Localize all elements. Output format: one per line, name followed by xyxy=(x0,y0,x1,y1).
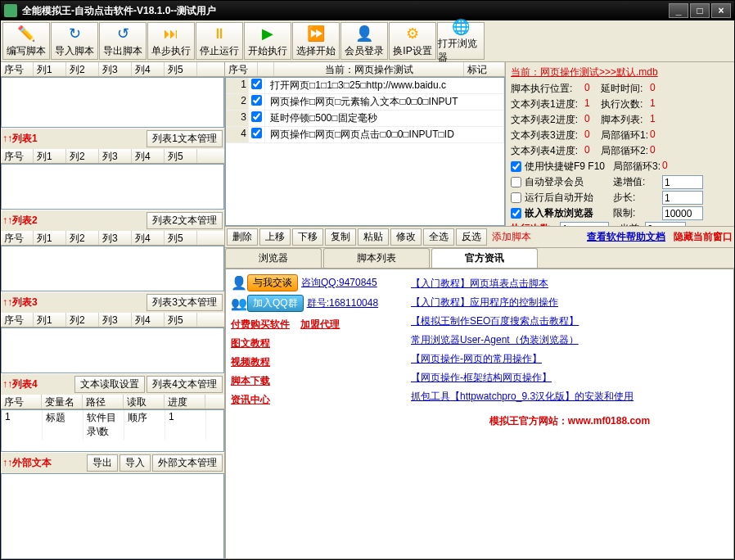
script-row[interactable]: 3延时停顿□500□固定毫秒 xyxy=(226,111,504,127)
autologin-checkbox[interactable] xyxy=(511,175,521,189)
script-col-num: 序号 xyxy=(225,62,258,76)
tutorial-link[interactable]: 【模拟王制作SEO百度搜索点击教程】 xyxy=(411,312,728,331)
increment-input[interactable] xyxy=(662,175,703,189)
autostart-checkbox[interactable] xyxy=(511,191,521,205)
toolbar-换IP设置[interactable]: ⚙换IP设置 xyxy=(389,22,436,60)
list4-body[interactable]: 1标题软件目录\数顺序1 xyxy=(1,409,224,452)
toolbar-单步执行[interactable]: ⏭单步执行 xyxy=(147,22,195,60)
script-download-link[interactable]: 脚本下载 xyxy=(231,372,411,391)
toolbar-icon: ↻ xyxy=(65,24,84,43)
main-list[interactable] xyxy=(1,77,224,128)
script-list-body[interactable]: 1打开网页□1□1□3□25□http://www.baidu.c2网页操作□网… xyxy=(225,77,505,226)
external-text-body[interactable] xyxy=(1,473,224,559)
titlebar: 全能模拟王-自动点击软件-V18.1.0--测试用户 _ □ × xyxy=(1,1,734,20)
step-input[interactable] xyxy=(662,191,703,205)
script-col-chk xyxy=(258,62,274,76)
add-script-link[interactable]: 添加脚本 xyxy=(492,230,531,244)
help-link[interactable]: 查看软件帮助文档 xyxy=(587,230,665,244)
tab-browser[interactable]: 浏览器 xyxy=(225,248,322,268)
tutorial-link[interactable]: 【入门教程】应用程序的控制操作 xyxy=(411,293,728,312)
official-site[interactable]: 模拟王官方网站：www.mf0188.com xyxy=(411,406,728,436)
list2-title: ↑↑列表2 xyxy=(2,214,145,228)
tabs: 浏览器 脚本列表 官方资讯 xyxy=(225,248,734,269)
toolbar-icon: ↺ xyxy=(113,24,133,43)
action-粘贴[interactable]: 粘贴 xyxy=(358,228,389,246)
limit-input[interactable] xyxy=(662,206,703,220)
tutorial-link[interactable]: 【网页操作-框架结构网页操作】 xyxy=(411,368,728,387)
list2-manage-button[interactable]: 列表2文本管理 xyxy=(147,212,223,229)
external-text-title: ↑↑外部文本 xyxy=(2,456,85,470)
toolbar-选择开始[interactable]: ⏩选择开始 xyxy=(292,22,340,60)
qq-chat-badge[interactable]: 与我交谈 xyxy=(247,274,298,291)
tab-content: 👤 与我交谈 咨询QQ:9470845 👥 加入QQ群 群号:168110048… xyxy=(225,269,734,559)
action-删除[interactable]: 删除 xyxy=(227,228,258,246)
toolbar-编写脚本[interactable]: ✏️编写脚本 xyxy=(2,22,50,60)
hotkey-checkbox[interactable] xyxy=(511,160,521,174)
toolbar-打开浏览器[interactable]: 🌐打开浏览器 xyxy=(437,22,485,60)
app-icon xyxy=(4,4,17,17)
toolbar-icon: ⏸ xyxy=(210,24,229,43)
main-list-header: 序号列1列2列3列4列5 xyxy=(1,62,224,77)
action-修改[interactable]: 修改 xyxy=(390,228,422,246)
script-row[interactable]: 1打开网页□1□1□3□25□http://www.baidu.c xyxy=(226,78,504,94)
action-下移[interactable]: 下移 xyxy=(292,228,323,246)
toolbar-导入脚本[interactable]: ↻导入脚本 xyxy=(51,22,98,60)
list3-manage-button[interactable]: 列表3文本管理 xyxy=(147,294,223,311)
agent-link[interactable]: 加盟代理 xyxy=(300,315,340,334)
action-全选[interactable]: 全选 xyxy=(423,228,454,246)
list3-title: ↑↑列表3 xyxy=(2,296,145,309)
toolbar-会员登录[interactable]: 👤会员登录 xyxy=(340,22,388,60)
list4-read-settings-button[interactable]: 文本读取设置 xyxy=(74,376,145,393)
list4-manage-button[interactable]: 列表4文本管理 xyxy=(147,376,223,393)
list3-body[interactable] xyxy=(1,327,224,373)
script-row[interactable]: 4网页操作□网页□网页点击□0□0□INPUT□ID xyxy=(226,127,504,143)
tab-official-info[interactable]: 官方资讯 xyxy=(431,248,538,268)
tutorial-link[interactable]: 【入门教程】网页填表点击脚本 xyxy=(411,274,728,293)
tutorial-link[interactable]: 常用浏览器User-Agent（伪装浏览器） xyxy=(411,331,728,350)
window-title: 全能模拟王-自动点击软件-V18.1.0--测试用户 xyxy=(22,4,669,18)
toolbar-icon: ✏️ xyxy=(16,24,36,43)
list4-title: ↑↑列表4 xyxy=(2,377,73,391)
list1-body[interactable] xyxy=(1,164,224,210)
toolbar-icon: 👤 xyxy=(354,24,374,43)
qq-number[interactable]: 咨询QQ:9470845 xyxy=(301,276,377,290)
script-col-current: 当前：网页操作测试 xyxy=(274,62,464,76)
script-row[interactable]: 2网页操作□网页□元素输入文本□0□0□INPUT xyxy=(226,94,504,111)
action-复制[interactable]: 复制 xyxy=(325,228,356,246)
stats-title: 当前：网页操作测试>>>默认.mdb xyxy=(507,64,733,81)
hide-window-link[interactable]: 隐藏当前窗口 xyxy=(674,230,733,244)
toolbar-icon: ⚙ xyxy=(403,24,422,43)
stats-panel: 当前：网页操作测试>>>默认.mdb 脚本执行位置:0延时时间:0文本列表1进度… xyxy=(505,62,734,226)
toolbar-停止运行[interactable]: ⏸停止运行 xyxy=(196,22,243,60)
toolbar-开始执行[interactable]: ▶开始执行 xyxy=(244,22,291,60)
qq-group-badge[interactable]: 加入QQ群 xyxy=(247,295,304,312)
toolbar-icon: 🌐 xyxy=(451,18,471,36)
import-button[interactable]: 导入 xyxy=(119,454,151,472)
export-button[interactable]: 导出 xyxy=(87,454,118,472)
list2-body[interactable] xyxy=(1,246,224,291)
toolbar-icon: ▶ xyxy=(258,24,277,43)
main-toolbar: ✏️编写脚本↻导入脚本↺导出脚本⏭单步执行⏸停止运行▶开始执行⏩选择开始👤会员登… xyxy=(1,20,734,62)
tutorial-link[interactable]: 抓包工具【httpwatchpro_9.3汉化版】的安装和使用 xyxy=(411,387,728,406)
tutorial-link[interactable]: 【网页操作-网页的常用操作】 xyxy=(411,350,728,368)
action-反选[interactable]: 反选 xyxy=(456,228,487,246)
toolbar-icon: ⏩ xyxy=(306,24,326,43)
script-col-mark: 标记 xyxy=(464,62,505,76)
buy-link[interactable]: 付费购买软件 xyxy=(231,315,290,334)
qq-group-number[interactable]: 群号:168110048 xyxy=(307,296,378,310)
video-tutorial-link[interactable]: 视频教程 xyxy=(231,353,411,372)
action-bar: 删除上移下移复制粘贴修改全选反选 添加脚本 查看软件帮助文档 隐藏当前窗口 xyxy=(225,226,734,248)
list1-title: ↑↑列表1 xyxy=(2,132,145,146)
action-上移[interactable]: 上移 xyxy=(259,228,291,246)
minimize-button[interactable]: _ xyxy=(669,3,688,18)
toolbar-导出脚本[interactable]: ↺导出脚本 xyxy=(99,22,147,60)
tab-script-list[interactable]: 脚本列表 xyxy=(323,248,430,268)
external-manage-button[interactable]: 外部文本管理 xyxy=(152,454,223,472)
doc-tutorial-link[interactable]: 图文教程 xyxy=(231,334,411,353)
list1-manage-button[interactable]: 列表1文本管理 xyxy=(147,130,223,147)
close-button[interactable]: × xyxy=(711,3,731,18)
maximize-button[interactable]: □ xyxy=(690,3,710,18)
news-center-link[interactable]: 资讯中心 xyxy=(231,391,411,409)
toolbar-icon: ⏭ xyxy=(161,24,181,43)
embed-browser-checkbox[interactable] xyxy=(511,206,521,220)
